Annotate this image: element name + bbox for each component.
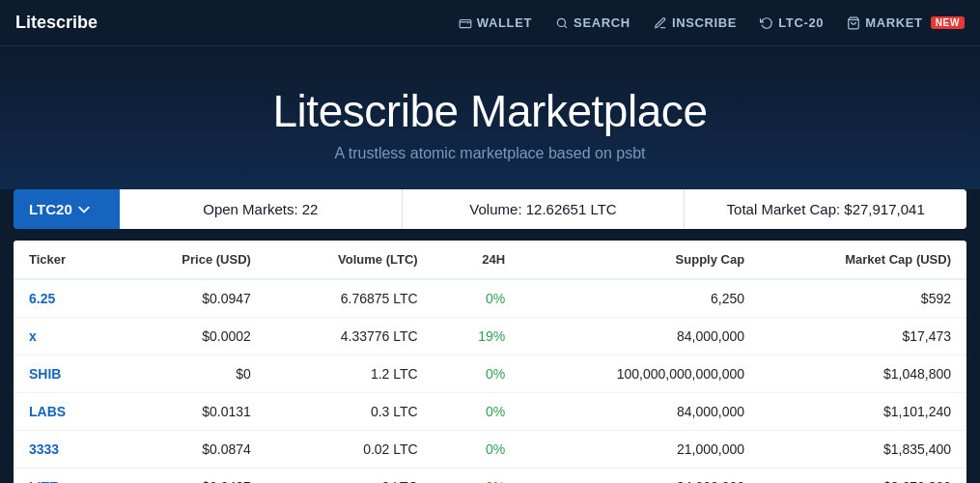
stat-market-cap: Total Market Cap: $27,917,041 [685,189,966,229]
ticker-link[interactable]: 6.25 [29,291,55,306]
nav-search-label: SEARCH [574,15,630,30]
ticker-cell: LABS [14,393,116,431]
volume-cell: 0.3 LTC [266,393,434,431]
price-cell: $0.0947 [116,279,266,318]
change-cell: 0% [434,431,521,469]
filter-label: LTC20 [29,201,72,217]
hero-title: Litescribe Marketplace [19,85,961,137]
nav-market-label: MARKET [865,15,923,30]
marketcap-cell: $3,670,800 [760,469,966,484]
new-badge: New [931,16,965,29]
supply-cell: 84,000,000 [520,393,760,431]
marketcap-cell: $1,835,400 [760,431,966,469]
nav-ltc20[interactable]: LTC-20 [760,15,824,30]
nav-market[interactable]: MARKET New [847,15,965,30]
refresh-icon [760,16,773,30]
search-icon [555,16,569,30]
col-ticker: Ticker [14,241,116,279]
supply-cell: 84,000,000 [520,318,760,355]
nav-inscribe[interactable]: INSCRIBE [654,15,737,30]
bag-icon [847,16,860,30]
filter-stats-bar: LTC20 Open Markets: 22 Volume: 12.62651 … [14,189,966,229]
wallet-icon [459,16,472,30]
change-cell: 0% [434,279,521,318]
col-volume: Volume (LTC) [266,241,434,279]
nav-wallet-label: WALLET [477,15,532,30]
marketcap-cell: $592 [760,279,966,318]
ticker-link[interactable]: LITE [29,479,58,483]
ticker-cell: SHIB [14,355,116,393]
ticker-link[interactable]: SHIB [29,366,61,382]
table-header: Ticker Price (USD) Volume (LTC) 24H Supp… [14,241,966,279]
pencil-icon [654,16,667,30]
price-cell: $0.0131 [116,393,266,431]
nav-ltc20-label: LTC-20 [778,15,824,30]
stat-open-markets: Open Markets: 22 [120,189,403,229]
change-cell: 19% [434,318,521,355]
price-cell: $0 [116,355,266,393]
volume-cell: 1.2 LTC [266,355,434,393]
stats-bar: Open Markets: 22 Volume: 12.62651 LTC To… [120,189,966,229]
svg-point-1 [557,18,565,26]
marketcap-cell: $1,048,800 [760,355,966,393]
hero-subtitle: A trustless atomic marketplace based on … [19,145,961,162]
supply-cell: 84,000,000 [520,469,760,484]
volume-cell: 0.02 LTC [266,431,434,469]
table-row: LABS$0.01310.3 LTC0%84,000,000$1,101,240 [14,393,966,431]
market-table: Ticker Price (USD) Volume (LTC) 24H Supp… [14,241,966,483]
volume-cell: 6.76875 LTC [266,279,434,318]
change-cell: 0% [434,355,521,393]
ticker-link[interactable]: LABS [29,404,66,419]
ticker-cell: LITE [14,469,116,484]
table-row: 6.25$0.09476.76875 LTC0%6,250$592 [14,279,966,318]
hero-section: Litescribe Marketplace A trustless atomi… [0,46,980,189]
price-cell: $0.0002 [116,318,266,355]
col-24h: 24H [434,241,521,279]
ticker-cell: 6.25 [14,279,116,318]
volume-cell: 4.33776 LTC [266,318,434,355]
price-cell: $0.0437 [116,469,266,484]
ticker-cell: 3333 [14,431,116,469]
col-supply: Supply Cap [520,241,760,279]
table-row: x$0.00024.33776 LTC19%84,000,000$17,473 [14,318,966,355]
ticker-link[interactable]: 3333 [29,441,59,457]
table-row: SHIB$01.2 LTC0%100,000,000,000,000$1,048… [14,355,966,393]
table-body: 6.25$0.09476.76875 LTC0%6,250$592x$0.000… [14,279,966,483]
price-cell: $0.0874 [116,431,266,469]
nav-wallet[interactable]: WALLET [459,15,532,30]
stat-volume: Volume: 12.62651 LTC [403,189,686,229]
logo[interactable]: Litescribe [15,13,98,33]
marketcap-cell: $17,473 [760,318,966,355]
table-row: LITE$0.04370 LTC0%84,000,000$3,670,800 [14,469,966,484]
supply-cell: 100,000,000,000,000 [520,355,760,393]
volume-cell: 0 LTC [266,469,434,484]
supply-cell: 21,000,000 [520,431,760,469]
nav-inscribe-label: INSCRIBE [672,15,737,30]
change-cell: 0% [434,393,521,431]
nav-search[interactable]: SEARCH [555,15,630,30]
col-marketcap: Market Cap (USD) [760,241,966,279]
col-price: Price (USD) [116,241,266,279]
chevron-down-icon [78,204,90,215]
supply-cell: 6,250 [520,279,760,318]
market-table-container: Ticker Price (USD) Volume (LTC) 24H Supp… [14,241,966,483]
svg-rect-0 [460,19,471,27]
table-row: 3333$0.08740.02 LTC0%21,000,000$1,835,40… [14,431,966,469]
ticker-cell: x [14,318,116,355]
change-cell: 0% [434,469,521,484]
ltc20-filter-dropdown[interactable]: LTC20 [14,189,120,229]
navbar: Litescribe WALLET SEARCH INSCRIBE LTC-20… [0,0,980,46]
ticker-link[interactable]: x [29,328,37,344]
marketcap-cell: $1,101,240 [760,393,966,431]
nav-items: WALLET SEARCH INSCRIBE LTC-20 MARKET New [459,15,965,30]
